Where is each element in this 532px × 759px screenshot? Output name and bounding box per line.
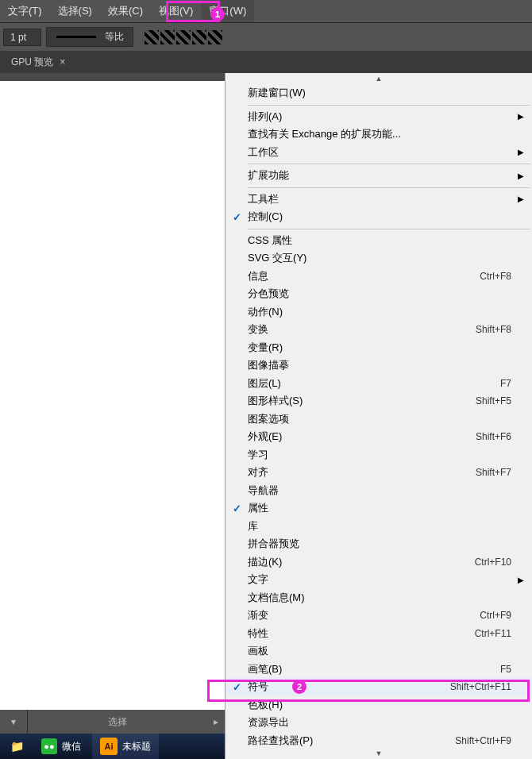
menu-item[interactable]: 库: [226, 518, 532, 536]
menu-item[interactable]: 图层(L)F7: [226, 375, 532, 393]
menu-item[interactable]: 变换Shift+F8: [226, 321, 532, 339]
menu-item[interactable]: 信息Ctrl+F8: [226, 268, 532, 286]
menu-item-label: 工具栏: [248, 192, 511, 206]
menu-item[interactable]: CSS 属性: [226, 232, 532, 250]
menu-shortcut: Shift+F7: [476, 467, 511, 478]
menu-item[interactable]: 分色预览: [226, 285, 532, 303]
tab-gpu-preview[interactable]: GPU 预览 ×: [3, 52, 73, 73]
menu-item-label: 特性: [248, 626, 475, 641]
menu-item[interactable]: 对齐Shift+F7: [226, 464, 532, 482]
menu-item[interactable]: 文档信息(M): [226, 589, 532, 607]
menu-item-label: 学习: [248, 448, 511, 462]
menu-item-label: 控制(C): [248, 210, 511, 224]
menu-item-label: 色板(H): [248, 698, 511, 712]
taskbar-wechat[interactable]: ●● 微信: [33, 734, 89, 759]
taskbar-illustrator[interactable]: Ai 未标题: [92, 734, 159, 759]
menu-shortcut: F7: [500, 378, 511, 389]
menu-item[interactable]: ✓属性: [226, 499, 532, 518]
menu-shortcut: Shift+Ctrl+F9: [455, 735, 511, 746]
menu-item[interactable]: 图像描摹: [226, 356, 532, 375]
menu-item[interactable]: 工具栏▶: [226, 191, 532, 209]
chevron-right-icon[interactable]: ▸: [207, 716, 225, 727]
menu-item[interactable]: 图形样式(S)Shift+F5: [226, 392, 532, 410]
pattern-icon: [208, 30, 222, 44]
menu-item[interactable]: SVG 交互(Y): [226, 249, 532, 268]
stroke-weight-field[interactable]: 1 pt: [3, 29, 41, 46]
menu-separator: [248, 229, 530, 229]
menu-item-label: 符号2: [248, 680, 450, 694]
menu-item[interactable]: 查找有关 Exchange 的扩展功能...: [226, 125, 532, 144]
menu-item[interactable]: 拼合器预览: [226, 535, 532, 553]
brush-pattern-icons[interactable]: [145, 30, 224, 44]
taskbar-explorer[interactable]: 📁: [0, 734, 33, 759]
menu-item[interactable]: 外观(E)Shift+F6: [226, 428, 532, 446]
menu-select[interactable]: 选择(S): [50, 0, 100, 22]
annotation-badge-1: 1: [210, 7, 225, 21]
submenu-arrow-icon: ▶: [511, 112, 524, 121]
menu-item-label: 工作区: [248, 145, 511, 160]
menu-item-label: 画笔(B): [248, 662, 500, 676]
menu-item[interactable]: 渐变Ctrl+F9: [226, 607, 532, 625]
menu-item[interactable]: 资源导出: [226, 714, 532, 732]
menu-item[interactable]: 扩展功能▶: [226, 167, 532, 185]
menu-item[interactable]: 画笔(B)F5: [226, 661, 532, 679]
menu-item[interactable]: ✓控制(C): [226, 208, 532, 226]
folder-icon: 📁: [8, 738, 25, 755]
status-bar: ▾ 选择 ▸: [0, 710, 225, 734]
menu-item[interactable]: 工作区▶: [226, 144, 532, 162]
menu-item[interactable]: 描边(K)Ctrl+F10: [226, 553, 532, 572]
artboard[interactable]: [0, 81, 225, 710]
chevron-down-icon: ▾: [11, 716, 16, 727]
menu-item-label: 文字: [248, 572, 511, 587]
tab-close-icon[interactable]: ×: [60, 56, 65, 67]
menu-window[interactable]: 窗口(W): [201, 0, 254, 22]
menu-item[interactable]: 图案选项: [226, 410, 532, 429]
tool-label: 选择: [28, 715, 207, 729]
annotation-badge-2: 2: [292, 680, 306, 694]
menu-separator: [248, 187, 530, 188]
menu-item[interactable]: 排列(A)▶: [226, 108, 532, 126]
menu-shortcut: Ctrl+F8: [480, 271, 511, 282]
menu-item[interactable]: 导航器: [226, 482, 532, 500]
menu-item-label: SVG 交互(Y): [248, 251, 511, 265]
menu-item[interactable]: 动作(N): [226, 303, 532, 322]
menu-text[interactable]: 文字(T): [0, 0, 50, 22]
wechat-icon: ●●: [41, 738, 57, 754]
menu-item-label: 描边(K): [248, 555, 475, 569]
scroll-down-arrow[interactable]: ▼: [226, 748, 532, 759]
illustrator-icon: Ai: [100, 738, 118, 755]
menu-item[interactable]: 路径查找器(P)Shift+Ctrl+F9: [226, 732, 532, 750]
pattern-icon: [192, 30, 206, 44]
menu-item[interactable]: 文字▶: [226, 571, 532, 589]
menu-shortcut: Ctrl+F10: [475, 557, 511, 568]
menu-item[interactable]: ✓符号2Shift+Ctrl+F11: [226, 678, 532, 696]
menu-item[interactable]: 色板(H): [226, 696, 532, 715]
menu-item[interactable]: 学习: [226, 446, 532, 464]
toolbar: 1 pt 等比: [0, 22, 532, 51]
menu-item-label: 资源导出: [248, 715, 511, 730]
taskbar-label: 未标题: [122, 740, 151, 753]
menu-item-label: 文档信息(M): [248, 591, 511, 605]
menu-item-label: 图案选项: [248, 412, 511, 426]
menu-item-label: 路径查找器(P): [248, 734, 455, 748]
stroke-profile-field[interactable]: 等比: [46, 27, 133, 47]
menu-item-label: 查找有关 Exchange 的扩展功能...: [248, 127, 511, 141]
menu-item-label: CSS 属性: [248, 233, 511, 248]
canvas-ruler-area: [0, 73, 225, 81]
menu-item[interactable]: 特性Ctrl+F11: [226, 625, 532, 643]
menu-item-label: 扩展功能: [248, 168, 511, 183]
taskbar-label: 微信: [62, 740, 81, 753]
menu-item-label: 变量(R): [248, 341, 511, 355]
tab-label: GPU 预览: [11, 56, 53, 69]
pattern-icon: [145, 30, 159, 44]
menu-item[interactable]: 新建窗口(W): [226, 84, 532, 102]
zoom-dropdown[interactable]: ▾: [0, 710, 28, 734]
menu-view[interactable]: 视图(V): [151, 0, 201, 22]
scroll-up-arrow[interactable]: ▲: [226, 73, 532, 84]
menu-shortcut: Shift+F5: [476, 395, 511, 406]
menu-item-label: 库: [248, 519, 511, 534]
menu-item[interactable]: 变量(R): [226, 339, 532, 357]
menu-item[interactable]: 画板: [226, 642, 532, 661]
menu-effect[interactable]: 效果(C): [100, 0, 151, 22]
menu-shortcut: Shift+F8: [476, 324, 511, 335]
